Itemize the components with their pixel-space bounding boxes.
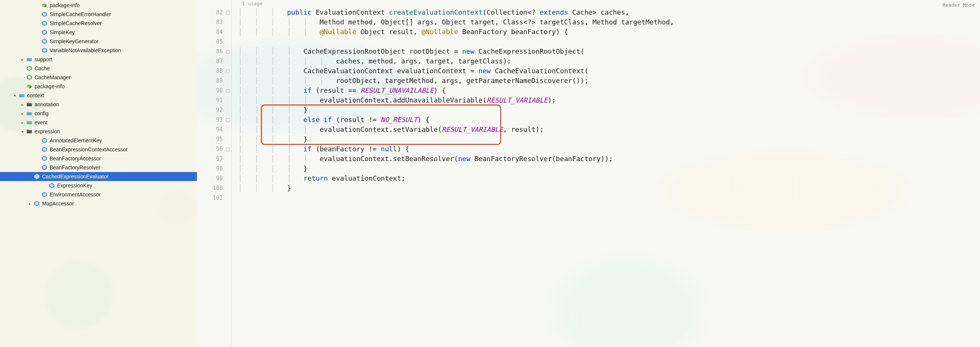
code-line[interactable]: │ │ │ │ │ evaluationContext.addUnavailab… [238,95,980,105]
chevron-right-icon[interactable]: ▸ [19,111,25,116]
line-number[interactable]: 91 [197,95,231,105]
folder-k-icon [26,128,32,135]
tree-item-simplecacheerrorhandler[interactable]: ▸SimpleCacheErrorHandler [0,10,197,19]
code-area[interactable]: │ │ │ public EvaluationContext createEva… [231,0,980,347]
line-number[interactable]: 98 [197,164,231,173]
chevron-down-icon[interactable]: ▾ [12,93,17,98]
code-line[interactable]: │ │ │ public EvaluationContext createEva… [238,8,980,17]
code-line[interactable]: │ │ │ │ │ Method method, Object[] args, … [238,17,980,27]
chevron-right-icon[interactable]: ▸ [19,120,25,125]
line-number[interactable]: 93 [197,115,231,125]
code-line[interactable]: │ │ │ │ CacheExpressionRootObject rootOb… [238,47,980,56]
chevron-right-icon[interactable]: ▸ [27,201,32,206]
line-number[interactable]: 82 [197,8,231,17]
code-editor[interactable]: 1 usage Reader Mode 82838485868788899091… [197,0,980,347]
svg-rect-3 [27,111,29,112]
svg-rect-2 [27,103,29,103]
tree-item-simplekey[interactable]: ▸SimpleKey [0,28,197,37]
line-number[interactable]: 84 [197,27,231,37]
folder-c-icon [26,56,32,62]
tree-item-label: MapAccessor [42,201,74,206]
code-line[interactable]: │ │ │ │ return evaluationContext; [238,173,980,183]
code-line[interactable]: │ │ │ │ if (beanFactory != null) { [238,144,980,154]
line-number[interactable]: 90 [197,86,231,95]
tree-item-beanfactoryaccessor[interactable]: ▸BeanFactoryAccessor [0,154,197,163]
tree-item-context[interactable]: ▾context [0,91,197,100]
tree-item-config[interactable]: ▸config [0,109,197,118]
code-line[interactable]: │ │ │ │ │ evaluationContext.setBeanResol… [238,154,980,164]
code-line[interactable] [238,37,980,47]
svg-rect-1 [19,93,21,94]
code-line[interactable]: │ │ │ │ │ evaluationContext.setVariable(… [238,125,980,135]
tree-item-cachedexpressionevaluator[interactable]: ▾CachedExpressionEvaluator [0,172,197,181]
tree-item-label: AnnotatedElementKey [49,138,102,143]
tree-item-expression[interactable]: ▾expression [0,127,197,136]
tree-item-annotatedelementkey[interactable]: ▸AnnotatedElementKey [0,136,197,145]
code-line[interactable]: │ │ │ │ │ @Nullable Object result, @Null… [238,27,980,37]
line-number[interactable]: 92 [197,105,231,115]
class-icon [41,138,47,143]
tree-item-beanexpressioncontextaccessor[interactable]: ▸BeanExpressionContextAccessor [0,145,197,154]
chevron-right-icon[interactable]: ▸ [19,57,25,62]
chevron-down-icon[interactable]: ▾ [27,174,32,179]
tree-item-variablenotavailableexception[interactable]: ▸VariableNotAvailableException [0,46,197,55]
code-line[interactable]: │ │ │ │ } [238,135,980,144]
tree-item-cachemanager[interactable]: ▸CacheManager [0,73,197,82]
tree-item-simplekeygenerator[interactable]: ▸SimpleKeyGenerator [0,37,197,46]
tree-item-label: context [27,92,44,98]
line-number[interactable]: 95 [197,135,231,144]
chevron-right-icon[interactable]: ▸ [19,102,25,107]
tree-item-simplecacheresolver[interactable]: ▸SimpleCacheResolver [0,19,197,28]
code-line[interactable]: │ │ │ │ │ │ rootObject, targetMethod, ar… [238,76,980,86]
line-number[interactable]: 101 [197,193,231,203]
tree-item-label: ExpressionKey [57,182,92,189]
tree-item-label: expression [35,128,60,135]
code-line[interactable]: │ │ │ │ else if (result != NO_RESULT) { [238,115,980,125]
tree-item-cache[interactable]: ▸Cache [0,64,197,73]
line-number[interactable]: 85 [197,37,231,47]
line-number[interactable]: 97 [197,154,231,164]
line-number[interactable]: 100 [197,183,231,193]
line-number[interactable]: 87 [197,56,231,66]
line-number[interactable]: 99 [197,173,231,183]
tree-item-package-info[interactable]: ▸package-info [0,82,197,91]
line-number[interactable]: 96 [197,144,231,154]
class-icon [41,38,47,44]
tree-item-event[interactable]: ▸event [0,118,197,127]
tree-item-label: BeanFactoryAccessor [49,155,101,162]
code-line[interactable]: │ │ │ } [238,183,980,193]
iface-icon [26,65,32,71]
svg-rect-5 [27,130,29,130]
tree-item-environmentaccessor[interactable]: ▸EnvironmentAccessor [0,190,197,199]
tree-item-annotation[interactable]: ▸annotation [0,100,197,109]
class-icon [41,146,47,152]
code-line[interactable]: │ │ │ │ if (result == RESULT_UNAVAILABLE… [238,86,980,95]
folder-k-icon [26,101,32,108]
code-line[interactable]: │ │ │ │ CacheEvaluationContext evaluatio… [238,66,980,76]
tree-item-label: package-info [49,2,80,8]
code-line[interactable]: │ │ │ │ } [238,105,980,115]
tree-item-expressionkey[interactable]: ▸ExpressionKey [0,181,197,190]
line-number[interactable]: 89 [197,76,231,86]
tree-item-beanfactoryresolver[interactable]: ▸BeanFactoryResolver [0,163,197,172]
folder-c-icon [26,110,32,116]
line-number[interactable]: 94 [197,125,231,135]
tree-item-label: BeanFactoryResolver [49,165,100,171]
tree-item-package-info[interactable]: ▸package-info [0,1,197,10]
line-number[interactable]: 88 [197,66,231,76]
code-line[interactable]: │ │ │ │ } [238,164,980,173]
folder-c-icon [19,92,25,98]
classa-icon [34,173,40,179]
line-number-gutter[interactable]: 8283848586878889909192939495969798991001… [197,0,231,347]
tree-item-mapaccessor[interactable]: ▸MapAccessor [0,199,197,208]
code-line[interactable] [238,193,980,203]
line-number[interactable]: 83 [197,17,231,27]
pkg-icon [26,83,32,89]
code-line[interactable]: │ │ │ │ │ │ caches, method, args, target… [238,56,980,66]
chevron-down-icon[interactable]: ▾ [19,129,25,134]
tree-item-support[interactable]: ▸support [0,55,197,64]
tree-item-label: SimpleCacheErrorHandler [49,11,111,17]
pkg-icon [41,2,47,8]
line-number[interactable]: 86 [197,47,231,56]
class-icon [41,47,47,53]
